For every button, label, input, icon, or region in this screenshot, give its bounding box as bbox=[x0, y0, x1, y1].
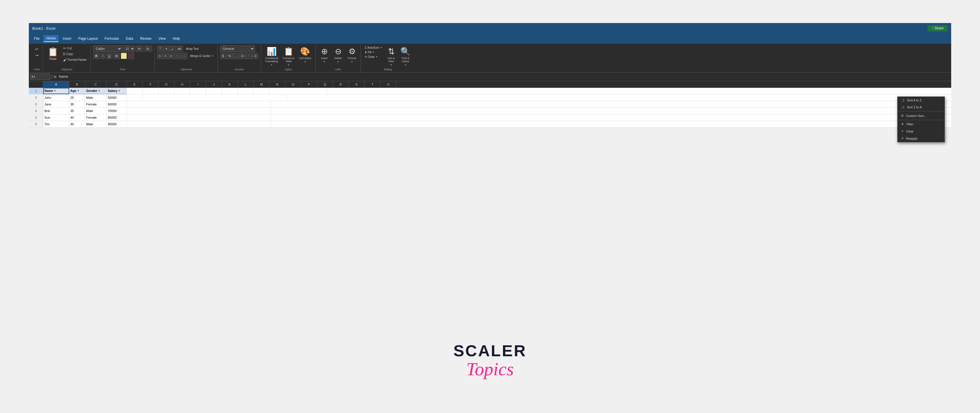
cut-button[interactable]: ✂ Cut bbox=[62, 46, 88, 51]
filter-item[interactable]: ▼ Filter bbox=[897, 121, 945, 127]
decrease-font-button[interactable]: A↓ bbox=[145, 46, 152, 52]
col-header-j[interactable]: J bbox=[206, 81, 222, 87]
cell-i1[interactable] bbox=[190, 88, 206, 94]
fill-button[interactable]: ⬇ Fill ▼ bbox=[363, 50, 383, 54]
format-painter-button[interactable]: 🖌 Format Painter bbox=[62, 57, 88, 62]
cell-d2[interactable]: 50000 bbox=[107, 94, 127, 101]
reapply-item[interactable]: ↺ Reapply bbox=[897, 135, 945, 142]
col-header-p[interactable]: P bbox=[301, 81, 317, 87]
cell-a5[interactable]: Sue bbox=[43, 114, 69, 121]
col-header-h[interactable]: H bbox=[174, 81, 190, 87]
col-header-d[interactable]: D bbox=[107, 81, 127, 87]
cell-e2[interactable] bbox=[127, 94, 143, 101]
cell-c5[interactable]: Female bbox=[85, 114, 107, 121]
wrap-text-button[interactable]: Wrap Text bbox=[185, 46, 200, 52]
redo-button[interactable]: ↪ bbox=[34, 52, 40, 58]
col-header-a[interactable]: A bbox=[43, 81, 69, 87]
cell-b5[interactable]: 40 bbox=[69, 114, 85, 121]
cell-f1[interactable] bbox=[143, 88, 159, 94]
bold-button[interactable]: B bbox=[93, 53, 99, 59]
cell-c2[interactable]: Male bbox=[85, 94, 107, 101]
cell-b1[interactable]: Age ▼ bbox=[69, 88, 85, 94]
cell-m1[interactable] bbox=[254, 88, 269, 94]
col-header-r[interactable]: R bbox=[333, 81, 349, 87]
font-family-select[interactable]: Calibri bbox=[93, 46, 122, 52]
cell-d5[interactable]: 80000 bbox=[107, 114, 127, 121]
menu-insert[interactable]: Insert bbox=[60, 35, 74, 42]
cell-d6[interactable]: 90000 bbox=[107, 121, 127, 127]
cell-b4[interactable]: 35 bbox=[69, 108, 85, 114]
cell-a6[interactable]: Tim bbox=[43, 121, 69, 127]
align-bottom-button[interactable]: ⊥ bbox=[169, 46, 175, 52]
cell-a2[interactable]: John bbox=[43, 94, 69, 101]
align-top-button[interactable]: ⊤ bbox=[157, 46, 164, 52]
align-middle-button[interactable]: ≡ bbox=[164, 46, 169, 52]
col-header-f[interactable]: F bbox=[143, 81, 159, 87]
col-header-c[interactable]: C bbox=[85, 81, 107, 87]
cell-styles-button[interactable]: 🎨 Cell Styles ▼ bbox=[298, 46, 313, 64]
cell-a4[interactable]: Bob bbox=[43, 108, 69, 114]
align-center-button[interactable]: ≡ bbox=[162, 53, 168, 59]
col-header-b[interactable]: B bbox=[69, 81, 85, 87]
cell-l1[interactable] bbox=[238, 88, 254, 94]
col-header-q[interactable]: Q bbox=[317, 81, 333, 87]
italic-button[interactable]: I bbox=[100, 53, 105, 59]
col-header-l[interactable]: L bbox=[238, 81, 254, 87]
undo-button[interactable]: ↩ bbox=[34, 46, 40, 52]
col-header-s[interactable]: S bbox=[349, 81, 364, 87]
copy-button[interactable]: ⎘ Copy bbox=[62, 51, 88, 57]
merge-center-button[interactable]: Merge & Center ▼ bbox=[189, 53, 215, 59]
cell-d1[interactable]: Salary ▼ bbox=[107, 88, 127, 94]
custom-sort-item[interactable]: ⊞ Custom Sort... bbox=[897, 112, 945, 119]
col-header-e[interactable]: E bbox=[127, 81, 143, 87]
font-size-select[interactable]: 11 bbox=[123, 46, 135, 52]
find-select-button[interactable]: 🔍 Find &Select ▼ bbox=[399, 46, 412, 67]
menu-help[interactable]: Help bbox=[170, 35, 183, 42]
formula-input[interactable] bbox=[58, 75, 950, 79]
cell-a1[interactable]: Name ▼ bbox=[43, 88, 69, 94]
share-button[interactable]: ↑ Share bbox=[928, 25, 948, 32]
autosum-button[interactable]: Σ AutoSum ▼ bbox=[363, 46, 383, 50]
cell-d4[interactable]: 70000 bbox=[107, 108, 127, 114]
menu-file[interactable]: File bbox=[31, 35, 42, 42]
menu-home[interactable]: Home bbox=[43, 35, 59, 42]
cell-e1[interactable] bbox=[127, 88, 143, 94]
cell-j1[interactable] bbox=[206, 88, 222, 94]
border-button[interactable]: ⊞ bbox=[113, 53, 120, 59]
percent-button[interactable]: % bbox=[226, 53, 233, 59]
increase-font-button[interactable]: A↑ bbox=[136, 46, 143, 52]
cell-d3[interactable]: 60000 bbox=[107, 101, 127, 107]
cell-n1-rest[interactable] bbox=[269, 88, 327, 94]
fill-color-button[interactable]: A bbox=[121, 53, 127, 59]
menu-view[interactable]: View bbox=[156, 35, 169, 42]
sort-z-a-item[interactable]: ↓Z Sort Z to A bbox=[897, 104, 945, 111]
menu-data[interactable]: Data bbox=[123, 35, 136, 42]
decimal-dec-button[interactable]: ←.0 bbox=[249, 53, 259, 59]
col-header-t[interactable]: T bbox=[364, 81, 380, 87]
font-color-button[interactable]: A bbox=[128, 53, 134, 59]
sort-filter-button[interactable]: ⇅ Sort &Filter ▼ bbox=[385, 46, 398, 67]
col-header-i[interactable]: I bbox=[190, 81, 206, 87]
menu-review[interactable]: Review bbox=[137, 35, 154, 42]
clear-button[interactable]: ✕ Clear ▼ bbox=[363, 55, 383, 59]
indent-dec-button[interactable]: ← bbox=[174, 53, 180, 59]
number-format-select[interactable]: General bbox=[220, 46, 255, 52]
cell-c3[interactable]: Female bbox=[85, 101, 107, 107]
col-header-n[interactable]: N bbox=[269, 81, 285, 87]
menu-formulas[interactable]: Formulas bbox=[102, 35, 122, 42]
cell-a3[interactable]: Jane bbox=[43, 101, 69, 107]
col-header-m[interactable]: M bbox=[254, 81, 269, 87]
cell-b6[interactable]: 45 bbox=[69, 121, 85, 127]
delete-cells-button[interactable]: ⊖ Delete ▼ bbox=[332, 46, 344, 64]
comma-button[interactable]: , bbox=[234, 53, 239, 59]
cell-c1[interactable]: Gender ▼ bbox=[85, 88, 107, 94]
menu-page-layout[interactable]: Page Layout bbox=[75, 35, 100, 42]
cell-b2[interactable]: 25 bbox=[69, 94, 85, 101]
format-cells-button[interactable]: ⚙ Format ▼ bbox=[345, 46, 358, 64]
indent-inc-button[interactable]: → bbox=[181, 53, 187, 59]
cell-c4[interactable]: Male bbox=[85, 108, 107, 114]
cell-b3[interactable]: 30 bbox=[69, 101, 85, 107]
orientation-button[interactable]: ab bbox=[176, 46, 183, 52]
cell-k1[interactable] bbox=[222, 88, 238, 94]
align-left-button[interactable]: ≡ bbox=[157, 53, 162, 59]
